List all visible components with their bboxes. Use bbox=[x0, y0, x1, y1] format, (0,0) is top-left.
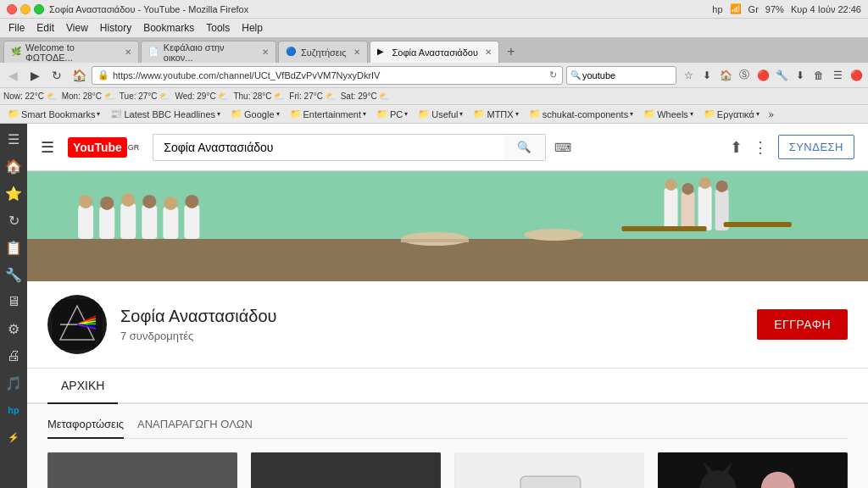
video-card-1[interactable]: 1:08 Β5(ΟΜΑΔΑ 3η:ΝΕΥΤΩΝΑΣ) 177 προβολές … bbox=[251, 452, 441, 488]
sidebar-refresh-icon[interactable]: ↻ bbox=[2, 208, 25, 232]
tab-1[interactable]: 📄 Κεφάλαιο στην οικον... ✕ bbox=[141, 41, 276, 63]
tab-0-close[interactable]: ✕ bbox=[125, 47, 131, 57]
svg-point-12 bbox=[142, 195, 156, 208]
shield-icon[interactable]: 🏠 bbox=[717, 67, 734, 84]
tab-3-favicon: ▶ bbox=[377, 47, 389, 58]
search-bar[interactable]: 🔍 youtube bbox=[566, 66, 676, 85]
svg-rect-50 bbox=[658, 452, 848, 488]
tab-3[interactable]: ▶ Σοφία Αναστασιάδου ✕ bbox=[370, 41, 500, 63]
tab-3-close[interactable]: ✕ bbox=[485, 47, 492, 57]
bookmark-schukat[interactable]: 📁 schukat-components ▾ bbox=[525, 107, 638, 121]
address-bar[interactable]: 🔒 https://www.youtube.com/channel/UCt_Vf… bbox=[92, 66, 563, 85]
tab-0[interactable]: 🌿 Welcome to ΦΩΤΟΔΕ... ✕ bbox=[3, 41, 139, 63]
bookmark-bbc-label: Latest BBC Headlines bbox=[124, 109, 215, 119]
sidebar-hp-icon[interactable]: hp bbox=[2, 398, 25, 422]
system-tray: hp 📶 Gr 97% Κυρ 4 Ιούν 22:46 bbox=[712, 3, 861, 14]
sidebar-monitor-icon[interactable]: 🖥 bbox=[2, 290, 25, 313]
bookmark-pc[interactable]: 📁 PC ▾ bbox=[372, 107, 412, 121]
home-button[interactable]: 🏠 bbox=[70, 66, 88, 85]
menu-dots[interactable]: ☰ bbox=[829, 67, 846, 84]
section-tab-uploads[interactable]: Μεταφορτώσεις bbox=[47, 418, 124, 439]
bookmark-smart[interactable]: 📁 Smart Bookmarks ▾ bbox=[3, 107, 104, 121]
sidebar-arduino-icon[interactable]: ⚡ bbox=[2, 425, 25, 449]
weather-sat: Sat: 29°C ⛅ bbox=[341, 92, 390, 101]
back-button[interactable]: ◀ bbox=[3, 66, 22, 85]
menu-file[interactable]: File bbox=[3, 20, 30, 36]
bookmark-google[interactable]: 📁 Google ▾ bbox=[226, 107, 283, 121]
video-card-0[interactable]: 3:01 Β5(ΟΜΑΔΑ 4η:ΝΕΥΤΩΝΑΣ) 167 προβολές … bbox=[47, 452, 237, 488]
download-icon[interactable]: ⬇ bbox=[698, 67, 715, 84]
channel-avatar bbox=[47, 295, 107, 354]
new-tab-button[interactable]: + bbox=[501, 41, 521, 63]
svg-point-24 bbox=[716, 180, 728, 192]
bookmark-entertainment[interactable]: 📁 Entertainment ▾ bbox=[286, 107, 370, 121]
hp-icon: hp bbox=[712, 4, 722, 14]
keyboard-icon-button[interactable]: ⌨ bbox=[549, 134, 576, 161]
bookmark-google-arrow: ▾ bbox=[276, 110, 280, 118]
youtube-search-bar[interactable]: 🔍 ⌨ bbox=[153, 134, 576, 161]
close-button[interactable] bbox=[7, 4, 17, 14]
youtube-search-button[interactable]: 🔍 bbox=[504, 134, 546, 161]
bookmark-smart-arrow: ▾ bbox=[97, 110, 100, 118]
sidebar-settings-icon[interactable]: ⚙ bbox=[2, 317, 25, 341]
sidebar-tools-icon[interactable]: 🔧 bbox=[2, 263, 25, 286]
bookmark-google-icon: 📁 bbox=[231, 108, 242, 119]
reload-button[interactable]: ↻ bbox=[47, 66, 66, 85]
bookmark-ergatika[interactable]: 📁 Εργατικά ▾ bbox=[699, 107, 764, 121]
extra-icon-1[interactable]: 🔴 bbox=[754, 67, 771, 84]
maximize-button[interactable] bbox=[34, 4, 44, 14]
subscribe-button[interactable]: ΕΓΓΡΑΦΗ bbox=[757, 309, 848, 340]
star-icon[interactable]: ☆ bbox=[680, 67, 697, 84]
menu-tools[interactable]: Tools bbox=[201, 20, 235, 36]
hamburger-menu[interactable]: ☰ bbox=[41, 138, 54, 157]
upload-button[interactable]: ⬆ bbox=[730, 138, 743, 157]
tab-2[interactable]: 🔵 Συζητήσεις ✕ bbox=[278, 41, 368, 63]
video-thumb-svg-0 bbox=[47, 452, 237, 488]
signin-button[interactable]: ΣΥΝΔΕΣΗ bbox=[778, 135, 854, 159]
section-tab-playlist[interactable]: ΑΝΑΠΑΡΑΓΩΓΗ ΟΛΩΝ bbox=[137, 418, 253, 439]
bookmarks-more[interactable]: » bbox=[769, 109, 774, 119]
menu-bookmarks[interactable]: Bookmarks bbox=[138, 20, 199, 36]
youtube-search-input[interactable] bbox=[153, 134, 504, 161]
trash-icon[interactable]: 🗑 bbox=[810, 67, 827, 84]
menu-edit[interactable]: Edit bbox=[31, 20, 59, 36]
menu-view[interactable]: View bbox=[61, 20, 93, 36]
bookmark-bbc[interactable]: 📰 Latest BBC Headlines ▾ bbox=[106, 107, 225, 121]
channel-banner-bg bbox=[27, 171, 868, 281]
bookmark-useful[interactable]: 📁 Useful ▾ bbox=[414, 107, 467, 121]
bookmark-pc-label: PC bbox=[390, 109, 403, 119]
bookmark-wheels[interactable]: 📁 Wheels ▾ bbox=[639, 107, 698, 121]
video-card-2[interactable]: 1:26 Β5(ΟΜΑΔΑ 2η:ΝΕΥΤΩΝΑΣ) 157 προβολές … bbox=[454, 452, 644, 488]
sidebar-star-icon[interactable]: ⭐ bbox=[2, 181, 25, 205]
tab-1-close[interactable]: ✕ bbox=[262, 47, 269, 57]
pocket-icon[interactable]: Ⓢ bbox=[736, 67, 753, 84]
sidebar-home-icon[interactable]: 🏠 bbox=[2, 154, 25, 178]
sidebar-clipboard-icon[interactable]: 📋 bbox=[2, 236, 25, 259]
youtube-logo-country: GR bbox=[128, 143, 140, 152]
weather-wed: Wed: 29°C ⛅ bbox=[175, 92, 228, 101]
menu-history[interactable]: History bbox=[95, 20, 136, 36]
refresh-icon[interactable]: ↻ bbox=[549, 69, 557, 80]
more-options-button[interactable]: ⋮ bbox=[753, 138, 768, 157]
main-content: ☰ 🏠 ⭐ ↻ 📋 🔧 🖥 ⚙ 🖨 🎵 hp ⚡ ☰ YouTube GR 🔍 bbox=[0, 124, 868, 488]
extra-icon-2[interactable]: 🔧 bbox=[773, 67, 790, 84]
bookmark-mtpx[interactable]: 📁 ΜΤΠΧ ▾ bbox=[469, 107, 522, 121]
sidebar-menu-icon[interactable]: ☰ bbox=[2, 127, 25, 151]
notification-icon[interactable]: 🔴 bbox=[848, 67, 865, 84]
channel-tab-home[interactable]: ΑΡΧΙΚΗ bbox=[47, 369, 118, 404]
bookmark-ergatika-arrow: ▾ bbox=[756, 110, 760, 118]
svg-rect-11 bbox=[142, 205, 157, 239]
locale-indicator: Gr bbox=[748, 4, 759, 14]
extra-icon-3[interactable]: ⬇ bbox=[792, 67, 809, 84]
sidebar-music-icon[interactable]: 🎵 bbox=[2, 371, 25, 395]
battery-indicator: 97% bbox=[765, 4, 784, 14]
sidebar-print-icon[interactable]: 🖨 bbox=[2, 344, 25, 368]
menu-help[interactable]: Help bbox=[236, 20, 268, 36]
minimize-button[interactable] bbox=[20, 4, 31, 14]
tab-2-close[interactable]: ✕ bbox=[353, 47, 360, 57]
svg-rect-25 bbox=[621, 226, 706, 231]
youtube-logo[interactable]: YouTube GR bbox=[68, 137, 139, 158]
bookmark-entertainment-arrow: ▾ bbox=[363, 110, 366, 118]
forward-button[interactable]: ▶ bbox=[25, 66, 44, 85]
video-card-3[interactable]: 3:54 Β5(ΟΜΑΔΑ 1η:ΝΕΥΤΩΝΑΣ) 567 προβολές … bbox=[658, 452, 848, 488]
